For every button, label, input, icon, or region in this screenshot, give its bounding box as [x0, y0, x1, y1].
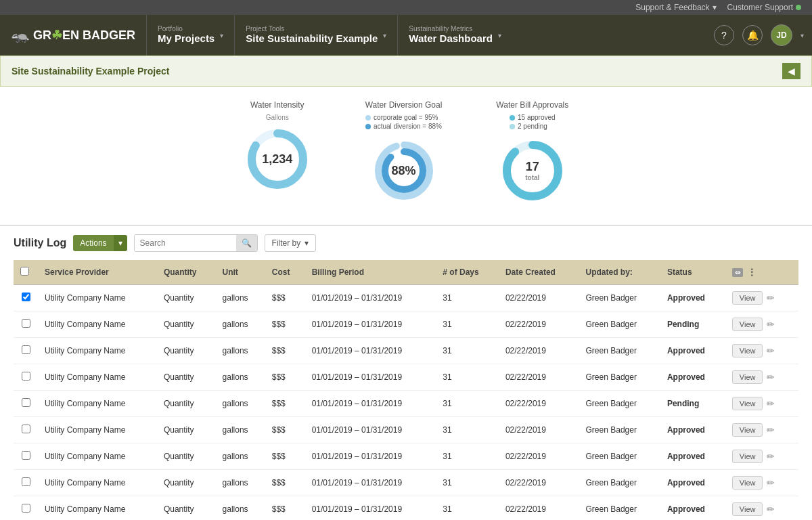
actual-diversion-dot — [365, 124, 371, 129]
edit-button[interactable]: ✏ — [765, 476, 776, 490]
row-quantity: Quantity — [157, 417, 216, 443]
row-days: 31 — [436, 443, 499, 470]
edit-button[interactable]: ✏ — [765, 291, 776, 305]
corporate-goal-label: corporate goal = 95% — [374, 114, 438, 121]
row-checkbox[interactable] — [22, 504, 30, 513]
row-checkbox[interactable] — [22, 425, 30, 433]
resize-handle[interactable]: ⇔ — [732, 268, 743, 277]
row-date-created: 02/22/2019 — [499, 443, 579, 470]
row-actions-cell: View ✏ — [725, 338, 798, 364]
view-button[interactable]: View — [732, 397, 763, 410]
search-box: 🔍 — [134, 234, 258, 252]
search-button[interactable]: 🔍 — [236, 235, 257, 251]
edit-button[interactable]: ✏ — [765, 318, 776, 331]
water-diversion-card: Water Diversion Goal corporate goal = 95… — [365, 100, 443, 204]
view-button[interactable]: View — [732, 502, 763, 516]
row-date-created: 02/22/2019 — [499, 285, 579, 311]
water-intensity-donut: 1,234 — [244, 125, 311, 193]
row-checkbox[interactable] — [22, 398, 30, 407]
edit-button[interactable]: ✏ — [765, 450, 776, 463]
view-button[interactable]: View — [732, 476, 763, 490]
filter-button[interactable]: Filter by ▾ — [265, 234, 317, 252]
select-all-checkbox[interactable] — [20, 267, 29, 276]
table-row: Utility Company Name Quantity gallons $$… — [14, 470, 798, 496]
row-actions-cell: View ✏ — [725, 417, 798, 443]
table-row: Utility Company Name Quantity gallons $$… — [14, 496, 798, 521]
row-cost: $$$ — [265, 285, 305, 311]
row-checkbox[interactable] — [22, 345, 30, 354]
header-checkbox[interactable] — [14, 260, 38, 285]
support-feedback[interactable]: Support & Feedback ▾ — [635, 3, 716, 12]
view-button[interactable]: View — [732, 318, 763, 331]
view-button[interactable]: View — [732, 450, 763, 463]
search-input[interactable] — [135, 235, 236, 251]
customer-support[interactable]: Customer Support — [727, 3, 801, 12]
row-date-created: 02/22/2019 — [499, 311, 579, 338]
corporate-goal-dot — [365, 115, 371, 121]
row-updated-by: Green Badger — [579, 470, 660, 496]
notifications-button[interactable]: 🔔 — [742, 25, 763, 45]
help-button[interactable]: ? — [714, 25, 734, 45]
view-button[interactable]: View — [732, 423, 763, 437]
row-quantity: Quantity — [157, 311, 216, 338]
actions-dropdown-button[interactable]: ▾ — [114, 235, 127, 251]
row-checkbox-cell[interactable] — [14, 443, 38, 470]
row-status: Approved — [660, 364, 725, 391]
row-checkbox-cell[interactable] — [14, 496, 38, 521]
water-bill-value: 17 total — [525, 160, 539, 181]
row-checkbox[interactable] — [22, 292, 30, 301]
logo[interactable]: 🦡 GR☘EN BADGER — [0, 15, 146, 56]
row-checkbox-cell[interactable] — [14, 338, 38, 364]
edit-button[interactable]: ✏ — [765, 370, 776, 384]
row-checkbox-cell[interactable] — [14, 285, 38, 311]
collapse-button[interactable]: ◀ — [782, 63, 800, 79]
table-row: Utility Company Name Quantity gallons $$… — [14, 338, 798, 364]
edit-button[interactable]: ✏ — [765, 423, 776, 437]
row-billing-period: 01/01/2019 – 01/31/2019 — [305, 470, 436, 496]
edit-button[interactable]: ✏ — [765, 344, 776, 358]
row-checkbox-cell[interactable] — [14, 311, 38, 338]
edit-button[interactable]: ✏ — [765, 397, 776, 410]
portfolio-value: My Projects — [158, 32, 215, 45]
row-days: 31 — [436, 338, 499, 364]
table-body: Utility Company Name Quantity gallons $$… — [14, 285, 798, 521]
row-quantity: Quantity — [157, 364, 216, 391]
column-options-icon[interactable]: ⋮ — [748, 267, 756, 277]
actual-diversion-label: actual diversion = 88% — [374, 123, 442, 130]
row-checkbox-cell[interactable] — [14, 470, 38, 496]
row-checkbox[interactable] — [22, 372, 30, 381]
table-row: Utility Company Name Quantity gallons $$… — [14, 391, 798, 417]
row-days: 31 — [436, 285, 499, 311]
top-bar: Support & Feedback ▾ Customer Support — [0, 0, 812, 15]
actions-button[interactable]: Actions — [73, 235, 113, 251]
user-menu-chevron-icon[interactable]: ▾ — [800, 32, 804, 39]
row-checkbox[interactable] — [22, 451, 30, 460]
project-tools-nav[interactable]: Project Tools Site Sustainability Exampl… — [234, 15, 397, 56]
user-avatar[interactable]: JD — [771, 24, 792, 46]
filter-label: Filter by — [272, 238, 301, 248]
row-days: 31 — [436, 311, 499, 338]
utility-log-header: Utility Log Actions ▾ 🔍 Filter by ▾ — [14, 234, 798, 252]
water-diversion-donut: 88% — [370, 137, 438, 204]
view-button[interactable]: View — [732, 344, 763, 358]
row-checkbox-cell[interactable] — [14, 364, 38, 391]
portfolio-label: Portfolio — [158, 26, 215, 32]
row-billing-period: 01/01/2019 – 01/31/2019 — [305, 311, 436, 338]
row-billing-period: 01/01/2019 – 01/31/2019 — [305, 496, 436, 521]
row-checkbox-cell[interactable] — [14, 417, 38, 443]
sustainability-nav[interactable]: Sustainability Metrics Water Dashboard ▾ — [397, 15, 512, 56]
row-updated-by: Green Badger — [579, 391, 660, 417]
support-chevron-icon: ▾ — [713, 3, 717, 12]
view-button[interactable]: View — [732, 370, 763, 384]
view-button[interactable]: View — [732, 291, 763, 305]
approved-legend: 15 approved — [510, 114, 556, 121]
row-cost: $$$ — [265, 364, 305, 391]
edit-button[interactable]: ✏ — [765, 502, 776, 516]
row-checkbox[interactable] — [22, 477, 30, 486]
row-checkbox[interactable] — [22, 319, 30, 328]
row-quantity: Quantity — [157, 443, 216, 470]
row-actions-cell: View ✏ — [725, 391, 798, 417]
row-updated-by: Green Badger — [579, 496, 660, 521]
row-checkbox-cell[interactable] — [14, 391, 38, 417]
portfolio-nav[interactable]: Portfolio My Projects ▾ — [146, 15, 234, 56]
